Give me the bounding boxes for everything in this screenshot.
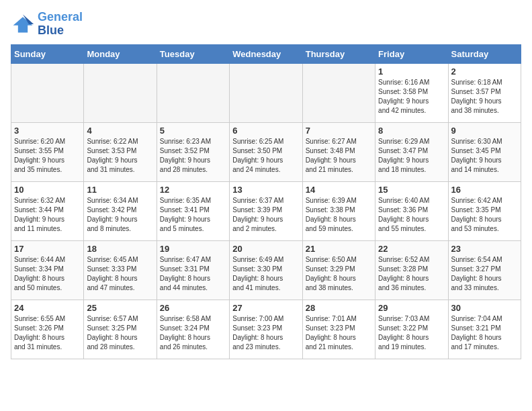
logo-icon [11,12,35,36]
day-number: 2 [451,66,518,77]
day-header-sunday: Sunday [11,44,84,63]
day-info: Sunrise: 6:22 AM Sunset: 3:53 PM Dayligh… [87,137,153,175]
svg-marker-0 [13,17,33,32]
day-header-saturday: Saturday [448,44,521,63]
day-info: Sunrise: 7:03 AM Sunset: 3:22 PM Dayligh… [378,314,445,352]
day-info: Sunrise: 7:01 AM Sunset: 3:23 PM Dayligh… [306,314,372,352]
calendar-week-4: 17Sunrise: 6:44 AM Sunset: 3:34 PM Dayli… [11,240,521,300]
calendar-cell: 15Sunrise: 6:40 AM Sunset: 3:36 PM Dayli… [375,181,448,240]
day-number: 18 [87,244,153,254]
day-number: 26 [160,303,226,313]
calendar-cell: 16Sunrise: 6:42 AM Sunset: 3:35 PM Dayli… [448,181,521,240]
day-number: 13 [232,185,299,195]
calendar-table: SundayMondayTuesdayWednesdayThursdayFrid… [11,44,521,359]
day-number: 7 [306,126,372,136]
day-header-tuesday: Tuesday [157,44,229,63]
day-number: 11 [87,185,153,195]
page-header: General Blue [11,11,521,38]
day-number: 23 [451,244,518,254]
day-header-monday: Monday [84,44,157,63]
logo: General Blue [11,11,83,38]
day-info: Sunrise: 7:04 AM Sunset: 3:21 PM Dayligh… [451,314,518,352]
day-number: 17 [14,244,81,254]
calendar-cell [302,63,375,122]
calendar-cell: 17Sunrise: 6:44 AM Sunset: 3:34 PM Dayli… [11,240,84,300]
day-info: Sunrise: 6:57 AM Sunset: 3:25 PM Dayligh… [87,314,153,352]
day-number: 30 [451,303,518,313]
day-number: 9 [451,126,518,136]
calendar-cell: 7Sunrise: 6:27 AM Sunset: 3:48 PM Daylig… [302,122,375,181]
calendar-cell: 29Sunrise: 7:03 AM Sunset: 3:22 PM Dayli… [375,300,448,359]
calendar-cell: 14Sunrise: 6:39 AM Sunset: 3:38 PM Dayli… [302,181,375,240]
calendar-cell: 13Sunrise: 6:37 AM Sunset: 3:39 PM Dayli… [230,181,302,240]
calendar-cell: 23Sunrise: 6:54 AM Sunset: 3:27 PM Dayli… [448,240,521,300]
day-info: Sunrise: 6:52 AM Sunset: 3:28 PM Dayligh… [378,255,445,293]
calendar-cell: 5Sunrise: 6:23 AM Sunset: 3:52 PM Daylig… [157,122,229,181]
day-info: Sunrise: 6:49 AM Sunset: 3:30 PM Dayligh… [232,255,299,293]
day-info: Sunrise: 6:35 AM Sunset: 3:41 PM Dayligh… [160,196,226,234]
day-number: 8 [378,126,445,136]
day-info: Sunrise: 7:00 AM Sunset: 3:23 PM Dayligh… [232,314,299,352]
day-info: Sunrise: 6:16 AM Sunset: 3:58 PM Dayligh… [378,78,445,116]
calendar-cell: 22Sunrise: 6:52 AM Sunset: 3:28 PM Dayli… [375,240,448,300]
day-info: Sunrise: 6:40 AM Sunset: 3:36 PM Dayligh… [378,196,445,234]
day-number: 14 [306,185,372,195]
day-number: 27 [232,303,299,313]
calendar-cell: 28Sunrise: 7:01 AM Sunset: 3:23 PM Dayli… [302,300,375,359]
calendar-cell [230,63,302,122]
day-info: Sunrise: 6:34 AM Sunset: 3:42 PM Dayligh… [87,196,153,234]
calendar-cell: 25Sunrise: 6:57 AM Sunset: 3:25 PM Dayli… [84,300,157,359]
calendar-cell: 24Sunrise: 6:55 AM Sunset: 3:26 PM Dayli… [11,300,84,359]
calendar-cell: 3Sunrise: 6:20 AM Sunset: 3:55 PM Daylig… [11,122,84,181]
day-number: 29 [378,303,445,313]
calendar-cell: 12Sunrise: 6:35 AM Sunset: 3:41 PM Dayli… [157,181,229,240]
day-info: Sunrise: 6:37 AM Sunset: 3:39 PM Dayligh… [232,196,299,234]
day-number: 6 [232,126,299,136]
calendar-cell: 21Sunrise: 6:50 AM Sunset: 3:29 PM Dayli… [302,240,375,300]
calendar-header-row: SundayMondayTuesdayWednesdayThursdayFrid… [11,44,521,63]
calendar-cell [157,63,229,122]
day-number: 25 [87,303,153,313]
calendar-week-1: 1Sunrise: 6:16 AM Sunset: 3:58 PM Daylig… [11,63,521,122]
day-info: Sunrise: 6:42 AM Sunset: 3:35 PM Dayligh… [451,196,518,234]
day-info: Sunrise: 6:23 AM Sunset: 3:52 PM Dayligh… [160,137,226,175]
calendar-cell: 30Sunrise: 7:04 AM Sunset: 3:21 PM Dayli… [448,300,521,359]
day-number: 22 [378,244,445,254]
day-number: 1 [378,66,445,77]
day-info: Sunrise: 6:32 AM Sunset: 3:44 PM Dayligh… [14,196,81,234]
day-number: 20 [232,244,299,254]
day-number: 16 [451,185,518,195]
day-info: Sunrise: 6:27 AM Sunset: 3:48 PM Dayligh… [306,137,372,175]
calendar-week-5: 24Sunrise: 6:55 AM Sunset: 3:26 PM Dayli… [11,300,521,359]
day-header-friday: Friday [375,44,448,63]
day-number: 24 [14,303,81,313]
day-info: Sunrise: 6:29 AM Sunset: 3:47 PM Dayligh… [378,137,445,175]
day-number: 3 [14,126,81,136]
day-number: 21 [306,244,372,254]
calendar-cell: 6Sunrise: 6:25 AM Sunset: 3:50 PM Daylig… [230,122,302,181]
day-info: Sunrise: 6:25 AM Sunset: 3:50 PM Dayligh… [232,137,299,175]
day-number: 4 [87,126,153,136]
calendar-cell: 4Sunrise: 6:22 AM Sunset: 3:53 PM Daylig… [84,122,157,181]
calendar-cell [11,63,84,122]
day-number: 15 [378,185,445,195]
day-info: Sunrise: 6:58 AM Sunset: 3:24 PM Dayligh… [160,314,226,352]
day-header-wednesday: Wednesday [230,44,302,63]
calendar-cell: 1Sunrise: 6:16 AM Sunset: 3:58 PM Daylig… [375,63,448,122]
day-info: Sunrise: 6:44 AM Sunset: 3:34 PM Dayligh… [14,255,81,293]
day-header-thursday: Thursday [302,44,375,63]
calendar-cell: 11Sunrise: 6:34 AM Sunset: 3:42 PM Dayli… [84,181,157,240]
calendar-cell: 26Sunrise: 6:58 AM Sunset: 3:24 PM Dayli… [157,300,229,359]
calendar-cell: 27Sunrise: 7:00 AM Sunset: 3:23 PM Dayli… [230,300,302,359]
day-number: 28 [306,303,372,313]
day-info: Sunrise: 6:30 AM Sunset: 3:45 PM Dayligh… [451,137,518,175]
calendar-week-3: 10Sunrise: 6:32 AM Sunset: 3:44 PM Dayli… [11,181,521,240]
calendar-cell: 9Sunrise: 6:30 AM Sunset: 3:45 PM Daylig… [448,122,521,181]
day-info: Sunrise: 6:39 AM Sunset: 3:38 PM Dayligh… [306,196,372,234]
day-info: Sunrise: 6:47 AM Sunset: 3:31 PM Dayligh… [160,255,226,293]
day-info: Sunrise: 6:18 AM Sunset: 3:57 PM Dayligh… [451,78,518,116]
calendar-cell: 10Sunrise: 6:32 AM Sunset: 3:44 PM Dayli… [11,181,84,240]
calendar-cell: 18Sunrise: 6:45 AM Sunset: 3:33 PM Dayli… [84,240,157,300]
day-info: Sunrise: 6:54 AM Sunset: 3:27 PM Dayligh… [451,255,518,293]
calendar-cell: 2Sunrise: 6:18 AM Sunset: 3:57 PM Daylig… [448,63,521,122]
